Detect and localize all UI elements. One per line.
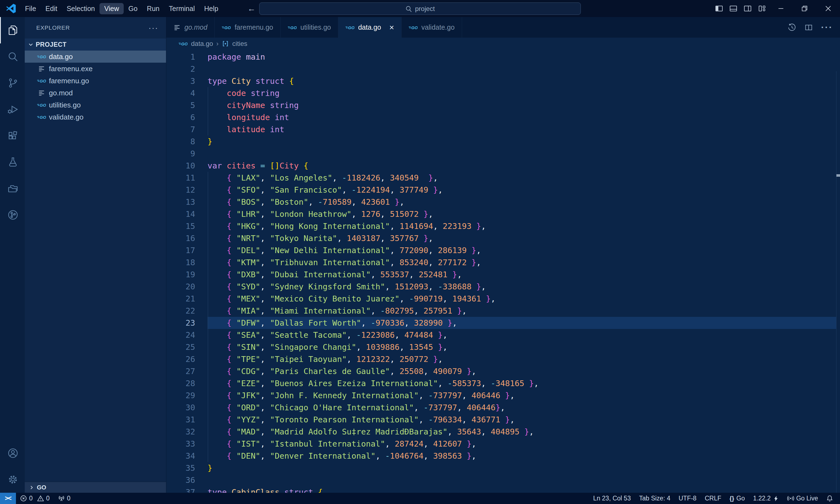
breadcrumb-file[interactable]: data.go bbox=[191, 40, 213, 48]
timeline-history-icon[interactable] bbox=[787, 23, 796, 32]
split-editor-icon[interactable] bbox=[805, 23, 813, 32]
testing-icon[interactable] bbox=[0, 149, 25, 175]
code-line-19[interactable]: 19 { "DXB", "Dubai International", 55353… bbox=[166, 269, 840, 281]
close-tab-icon[interactable]: × bbox=[389, 23, 394, 32]
tab-go.mod[interactable]: go.mod bbox=[166, 17, 215, 38]
toggle-panel-icon[interactable] bbox=[726, 0, 740, 17]
fork-circle-icon[interactable] bbox=[0, 202, 25, 228]
restore-button[interactable] bbox=[793, 0, 816, 17]
customize-layout-icon[interactable] bbox=[755, 0, 769, 17]
code-line-20[interactable]: 20 { "SYD", "Sydney Kingsford Smith", 15… bbox=[166, 281, 840, 293]
code-line-23[interactable]: 23 { "DFW", "Dallas Fort Worth", -970336… bbox=[166, 317, 840, 329]
tab-utilities.go[interactable]: GOutilities.go bbox=[281, 17, 338, 38]
file-item-faremenu.go[interactable]: GOfaremenu.go bbox=[25, 75, 166, 87]
code-line-32[interactable]: 32 { "MAD", "Madrid Adolfo Su‡rez Madrid… bbox=[166, 426, 840, 438]
file-item-validate.go[interactable]: GOvalidate.go bbox=[25, 111, 166, 123]
code-line-16[interactable]: 16 { "NRT", "Tokyo Narita", 1403187, 357… bbox=[166, 232, 840, 244]
file-item-faremenu.exe[interactable]: faremenu.exe bbox=[25, 62, 166, 75]
code-line-24[interactable]: 24 { "SEA", "Seattle Tacoma", -1223086, … bbox=[166, 329, 840, 341]
code-line-8[interactable]: 8} bbox=[166, 136, 840, 148]
tab-faremenu.go[interactable]: GOfaremenu.go bbox=[215, 17, 280, 38]
go-file-icon: GO bbox=[178, 41, 188, 47]
code-line-35[interactable]: 35} bbox=[166, 462, 840, 474]
status-go-live[interactable]: Go Live bbox=[783, 493, 822, 504]
code-line-34[interactable]: 34 { "DEN", "Denver International", -104… bbox=[166, 450, 840, 462]
file-item-data.go[interactable]: GOdata.go bbox=[25, 51, 166, 62]
explorer-more-icon[interactable]: ··· bbox=[148, 23, 158, 32]
tab-data.go[interactable]: GOdata.go× bbox=[338, 17, 401, 38]
scrollbar-mark[interactable] bbox=[836, 174, 840, 177]
tab-validate.go[interactable]: GOvalidate.go bbox=[401, 17, 462, 38]
section-project[interactable]: PROJECT bbox=[25, 38, 166, 51]
menu-help[interactable]: Help bbox=[199, 3, 223, 14]
settings-gear-icon[interactable] bbox=[0, 466, 25, 493]
menu-file[interactable]: File bbox=[20, 3, 41, 14]
accounts-icon[interactable] bbox=[0, 440, 25, 466]
code-line-14[interactable]: 14 { "LHR", "London Heathrow", 1276, 515… bbox=[166, 208, 840, 220]
code-line-15[interactable]: 15 { "HKG", "Hong Kong International", 1… bbox=[166, 220, 840, 232]
menu-terminal[interactable]: Terminal bbox=[164, 3, 199, 14]
code-line-25[interactable]: 25 { "SIN", "Singapore Changi", 1039886,… bbox=[166, 341, 840, 353]
status-indentation[interactable]: Tab Size: 4 bbox=[635, 493, 675, 504]
code-line-10[interactable]: 10var cities = []City { bbox=[166, 160, 840, 172]
code-line-5[interactable]: 5 cityName string bbox=[166, 99, 840, 111]
extensions-icon[interactable] bbox=[0, 123, 25, 149]
menu-view[interactable]: View bbox=[100, 3, 124, 14]
code-line-17[interactable]: 17 { "DEL", "New Delhi International", 7… bbox=[166, 244, 840, 256]
remote-indicator[interactable]: >< bbox=[0, 493, 16, 504]
explorer-icon[interactable] bbox=[0, 17, 25, 43]
command-search-input[interactable]: project bbox=[259, 2, 581, 15]
source-control-icon[interactable] bbox=[0, 70, 25, 96]
code-line-22[interactable]: 22 { "MIA", "Miami International", -8027… bbox=[166, 305, 840, 317]
menu-run[interactable]: Run bbox=[142, 3, 164, 14]
menu-edit[interactable]: Edit bbox=[41, 3, 62, 14]
status-language-go[interactable]: {}Go bbox=[726, 493, 749, 504]
code-line-18[interactable]: 18 { "KTM", "Tribhuvan International", 8… bbox=[166, 256, 840, 269]
code-line-26[interactable]: 26 { "TPE", "Taipei Taoyuan", 1212322, 2… bbox=[166, 353, 840, 365]
code-line-27[interactable]: 27 { "CDG", "Paris Charles de Gaulle", 2… bbox=[166, 365, 840, 377]
section-go[interactable]: GO bbox=[25, 482, 166, 493]
menu-selection[interactable]: Selection bbox=[62, 3, 100, 14]
search-sidebar-icon[interactable] bbox=[0, 43, 25, 70]
folders-icon[interactable] bbox=[0, 175, 25, 202]
code-line-3[interactable]: 3type City struct { bbox=[166, 75, 840, 87]
code-editor[interactable]: 1package main23type City struct {4 code … bbox=[166, 50, 840, 493]
code-line-33[interactable]: 33 { "IST", "Istanbul International", 28… bbox=[166, 438, 840, 450]
code-line-1[interactable]: 1package main bbox=[166, 51, 840, 63]
file-item-utilities.go[interactable]: GOutilities.go bbox=[25, 99, 166, 111]
chevron-down-icon bbox=[28, 41, 34, 48]
status-encoding[interactable]: UTF-8 bbox=[675, 493, 701, 504]
code-line-2[interactable]: 2 bbox=[166, 63, 840, 75]
editor-more-icon[interactable]: ··· bbox=[821, 22, 833, 33]
toggle-sidebar-icon[interactable] bbox=[712, 0, 726, 17]
toggle-secondary-sidebar-icon[interactable] bbox=[740, 0, 755, 17]
code-line-28[interactable]: 28 { "EZE", "Buenos Aires Ezeiza Interna… bbox=[166, 377, 840, 390]
code-line-12[interactable]: 12 { "SFO", "San Francisco", -1224194, 3… bbox=[166, 184, 840, 196]
file-item-go.mod[interactable]: go.mod bbox=[25, 87, 166, 99]
code-line-9[interactable]: 9 bbox=[166, 148, 840, 160]
code-line-21[interactable]: 21 { "MEX", "Mexico City Benito Juarez",… bbox=[166, 293, 840, 305]
code-line-4[interactable]: 4 code string bbox=[166, 87, 840, 99]
close-window-button[interactable] bbox=[816, 0, 840, 17]
ports-status[interactable]: 0 bbox=[54, 493, 75, 504]
code-line-37[interactable]: 37type CabinClass struct { bbox=[166, 486, 840, 493]
status-go-version[interactable]: 1.22.2 bbox=[749, 493, 783, 504]
code-line-7[interactable]: 7 latitude int bbox=[166, 123, 840, 136]
code-line-6[interactable]: 6 longitude int bbox=[166, 111, 840, 123]
code-line-11[interactable]: 11 { "LAX", "Los Angeles", -1182426, 340… bbox=[166, 172, 840, 184]
code-line-31[interactable]: 31 { "YYZ", "Toronto Pearson Internation… bbox=[166, 414, 840, 426]
status-notifications[interactable] bbox=[822, 493, 837, 504]
status-line-col[interactable]: Ln 23, Col 53 bbox=[589, 493, 635, 504]
code-line-36[interactable]: 36 bbox=[166, 474, 840, 486]
minimize-button[interactable] bbox=[769, 0, 793, 17]
breadcrumb[interactable]: GO data.go › cities bbox=[166, 38, 840, 50]
code-line-13[interactable]: 13 { "BOS", "Boston", -710589, 423601 }, bbox=[166, 196, 840, 208]
problems-status[interactable]: 0 0 bbox=[16, 493, 54, 504]
menu-go[interactable]: Go bbox=[124, 3, 142, 14]
code-line-30[interactable]: 30 { "ORD", "Chicago O'Hare Internationa… bbox=[166, 401, 840, 414]
code-line-29[interactable]: 29 { "JFK", "John F. Kennedy Internation… bbox=[166, 390, 840, 401]
status-eol[interactable]: CRLF bbox=[701, 493, 726, 504]
run-debug-icon[interactable] bbox=[0, 96, 25, 123]
breadcrumb-symbol[interactable]: cities bbox=[232, 40, 247, 48]
back-arrow-icon[interactable]: ← bbox=[247, 4, 256, 13]
